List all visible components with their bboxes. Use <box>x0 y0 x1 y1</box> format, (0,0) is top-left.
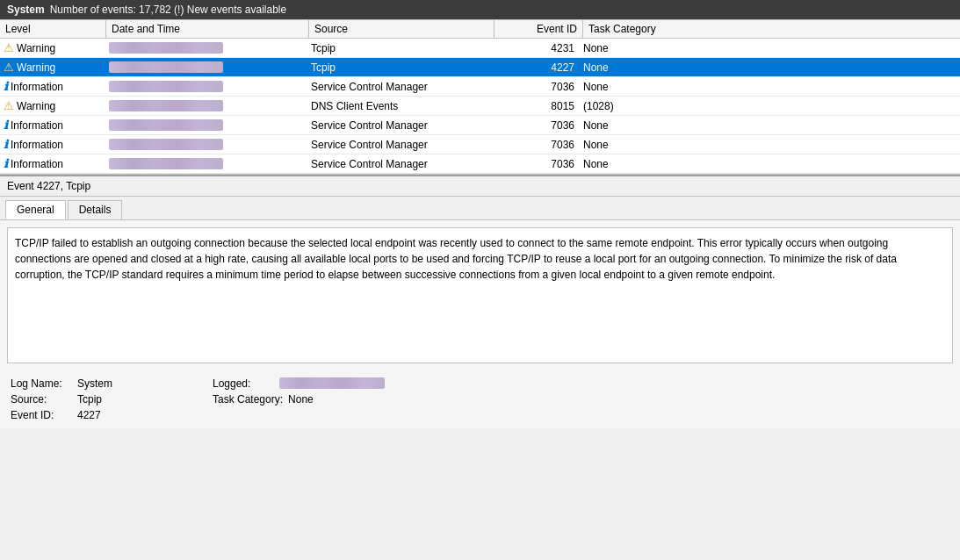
info-icon: ℹ <box>4 138 8 152</box>
cell-task: (1028) <box>580 100 960 112</box>
header-datetime: Date and Time <box>106 23 308 35</box>
table-row[interactable]: ℹInformation Service Control Manager7036… <box>0 77 960 97</box>
datetime-blurred <box>109 42 223 54</box>
cell-datetime <box>105 139 307 151</box>
event-table: ⚠Warning Tcpip4231None⚠Warning Tcpip4227… <box>0 39 960 175</box>
cell-datetime <box>105 61 307 74</box>
detail-title: Event 4227, Tcpip <box>0 176 960 197</box>
warning-icon: ⚠ <box>4 41 14 54</box>
level-text: Information <box>11 139 63 151</box>
cell-level: ℹInformation <box>0 118 105 133</box>
cell-level: ℹInformation <box>0 80 105 94</box>
level-text: Information <box>11 81 63 93</box>
cell-source: Service Control Manager <box>307 81 492 93</box>
cell-task: None <box>580 42 960 54</box>
event-id-label: Event ID: <box>11 409 72 421</box>
datetime-blurred <box>109 158 223 169</box>
table-row[interactable]: ⚠Warning DNS Client Events8015(1028) <box>0 97 960 116</box>
cell-eventid: 7036 <box>492 119 580 132</box>
table-row[interactable]: ⚠Warning Tcpip4231None <box>0 39 960 58</box>
level-text: Information <box>11 158 63 170</box>
cell-datetime <box>105 119 307 132</box>
cell-task: None <box>580 81 960 93</box>
detail-text: TCP/IP failed to establish an outgoing c… <box>15 237 897 281</box>
cell-task: None <box>580 139 960 151</box>
source-label: Source: <box>11 393 72 406</box>
level-text: Information <box>11 119 63 132</box>
log-name-value: System <box>77 377 112 390</box>
info-icon: ℹ <box>4 80 8 94</box>
info-icon: ℹ <box>4 157 8 171</box>
cell-datetime <box>105 42 307 54</box>
datetime-blurred <box>109 81 223 92</box>
table-header: Level Date and Time Source Event ID Task… <box>0 19 960 39</box>
datetime-blurred <box>109 119 223 131</box>
cell-task: None <box>580 61 960 74</box>
cell-eventid: 7036 <box>492 81 580 93</box>
cell-eventid: 7036 <box>492 139 580 151</box>
tab-general[interactable]: General <box>5 200 66 219</box>
datetime-blurred <box>109 139 223 150</box>
level-text: Warning <box>17 42 55 54</box>
cell-eventid: 4227 <box>492 61 580 74</box>
header-source: Source <box>309 23 494 35</box>
task-category-label: Task Category: <box>213 393 283 406</box>
table-row[interactable]: ℹInformation Service Control Manager7036… <box>0 116 960 135</box>
source-value: Tcpip <box>77 393 102 406</box>
log-name-label: Log Name: <box>11 377 72 390</box>
cell-source: DNS Client Events <box>307 100 492 112</box>
header-task: Task Category <box>583 23 960 35</box>
title-bar: System Number of events: 17,782 (!) New … <box>0 0 960 19</box>
level-text: Warning <box>17 100 55 112</box>
table-row[interactable]: ℹInformation Service Control Manager7036… <box>0 135 960 154</box>
info-icon: ℹ <box>4 118 8 133</box>
header-level: Level <box>0 23 105 35</box>
warning-icon: ⚠ <box>4 99 14 112</box>
cell-level: ⚠Warning <box>0 61 105 74</box>
detail-panel: Event 4227, Tcpip GeneralDetails TCP/IP … <box>0 175 960 428</box>
cell-datetime <box>105 81 307 93</box>
datetime-blurred <box>109 61 223 73</box>
app-name: System <box>7 4 45 16</box>
cell-datetime <box>105 100 307 112</box>
detail-meta: Log Name: System Source: Tcpip Event ID:… <box>0 370 960 428</box>
logged-value <box>279 377 385 389</box>
task-category-value: None <box>288 393 314 406</box>
datetime-blurred <box>109 100 223 111</box>
cell-eventid: 4231 <box>492 42 580 54</box>
cell-level: ℹInformation <box>0 157 105 171</box>
cell-level: ⚠Warning <box>0 41 105 54</box>
cell-datetime <box>105 158 307 170</box>
cell-source: Service Control Manager <box>307 158 492 170</box>
cell-task: None <box>580 158 960 170</box>
header-eventid: Event ID <box>494 23 582 35</box>
cell-task: None <box>580 119 960 132</box>
tab-details[interactable]: Details <box>68 200 123 219</box>
cell-level: ℹInformation <box>0 138 105 152</box>
cell-eventid: 8015 <box>492 100 580 112</box>
cell-source: Service Control Manager <box>307 119 492 132</box>
event-id-value: 4227 <box>77 409 101 421</box>
cell-source: Service Control Manager <box>307 139 492 151</box>
cell-eventid: 7036 <box>492 158 580 170</box>
title-bar-info: Number of events: 17,782 (!) New events … <box>50 4 286 16</box>
tabs-bar: GeneralDetails <box>0 197 960 220</box>
logged-label: Logged: <box>213 377 274 390</box>
warning-icon: ⚠ <box>4 61 14 74</box>
cell-level: ⚠Warning <box>0 99 105 112</box>
cell-source: Tcpip <box>307 61 492 74</box>
table-row[interactable]: ℹInformation Service Control Manager7036… <box>0 154 960 174</box>
level-text: Warning <box>17 61 55 74</box>
cell-source: Tcpip <box>307 42 492 54</box>
table-row[interactable]: ⚠Warning Tcpip4227None <box>0 58 960 77</box>
detail-content-area[interactable]: TCP/IP failed to establish an outgoing c… <box>7 227 953 363</box>
